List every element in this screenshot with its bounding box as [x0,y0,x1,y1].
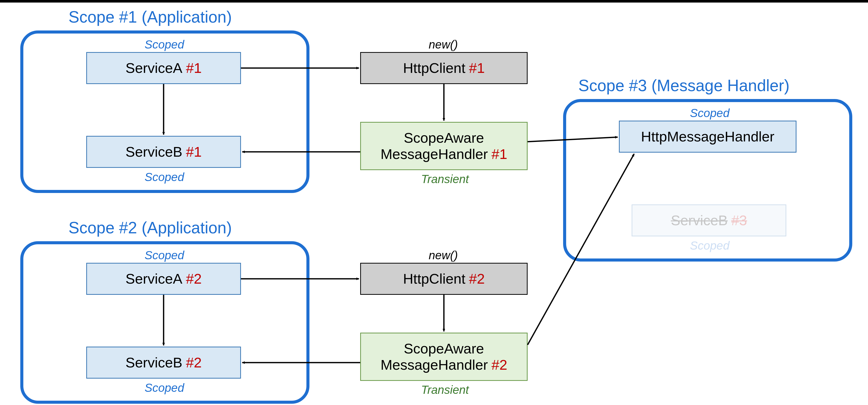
scope-aware-2-line1: ScopeAware [404,341,484,357]
http-message-handler-box: HttpMessageHandler [619,121,797,153]
service-a-2-name: ServiceA [126,271,182,287]
scope-aware-1-box: ScopeAware MessageHandler #1 [360,122,528,170]
service-a-2-idx: #2 [186,271,202,287]
scope2-title: Scope #2 (Application) [68,219,232,237]
scope2-b-scoped-label: Scoped [145,381,184,395]
http-client-1-name: HttpClient [403,60,465,76]
scope-aware-1-line1: ScopeAware [404,130,484,146]
httpmsghandler-scoped-label: Scoped [690,106,730,120]
service-b-1-idx: #1 [186,144,202,160]
service-a-1-idx: #1 [186,60,202,76]
scope-aware-1-line2-name: MessageHandler [380,146,488,162]
scope-aware-1-transient-label: Transient [421,172,469,186]
http-client-2-name: HttpClient [403,271,465,287]
scope1-a-scoped-label: Scoped [145,37,184,51]
service-b-3-box-faded: ServiceB #3 [631,204,786,236]
scope3-title: Scope #3 (Message Handler) [578,76,789,95]
service-b-3-name: ServiceB [671,212,728,229]
service-b-2-idx: #2 [186,354,202,371]
service-a-1-box: ServiceA #1 [86,52,241,84]
service-b-1-box: ServiceB #1 [86,136,241,168]
service-b-2-box: ServiceB #2 [86,347,241,379]
service-b-2-name: ServiceB [126,354,182,371]
http-client-1-idx: #1 [469,60,485,76]
scope-aware-2-line2-idx: #2 [492,357,507,373]
scope-aware-1-line2-idx: #1 [492,146,507,162]
service-b-3-scoped-label: Scoped [690,239,730,252]
scope-aware-2-line2-name: MessageHandler [380,357,488,373]
http-client-2-box: HttpClient #2 [360,263,528,295]
service-a-1-name: ServiceA [126,60,182,76]
service-b-3-idx: #3 [731,212,747,229]
http-client-1-box: HttpClient #1 [360,52,528,84]
service-b-1-name: ServiceB [126,144,182,160]
diagram-canvas: Scope #1 (Application) Scoped ServiceA #… [0,0,868,405]
scope1-title: Scope #1 (Application) [68,8,232,26]
httpclient2-new-label: new() [429,248,458,262]
service-a-2-box: ServiceA #2 [86,263,241,295]
http-message-handler-name: HttpMessageHandler [641,128,774,145]
scope1-b-scoped-label: Scoped [145,170,184,184]
httpclient1-new-label: new() [429,37,458,51]
scope2-a-scoped-label: Scoped [145,248,184,262]
scope-aware-2-transient-label: Transient [421,383,469,397]
http-client-2-idx: #2 [469,271,485,287]
scope-aware-2-box: ScopeAware MessageHandler #2 [360,332,528,381]
